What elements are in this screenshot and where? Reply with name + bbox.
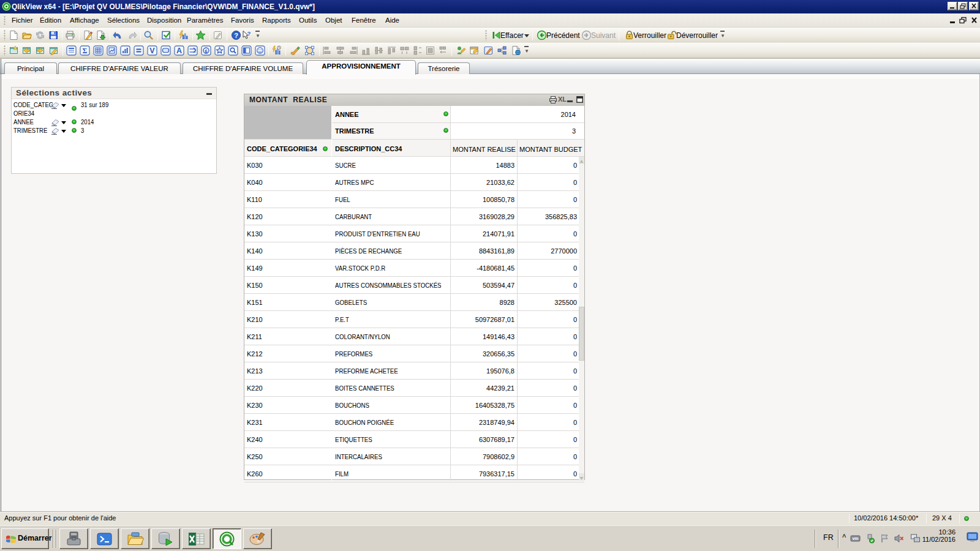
svg-text:vm: vm bbox=[852, 536, 858, 541]
svg-text:Σ: Σ bbox=[83, 47, 88, 55]
svg-text:V: V bbox=[149, 47, 155, 55]
svg-text:6: 6 bbox=[205, 48, 208, 54]
svg-text:?: ? bbox=[234, 32, 238, 39]
svg-text:A: A bbox=[176, 47, 182, 55]
svg-text:?: ? bbox=[247, 30, 251, 37]
